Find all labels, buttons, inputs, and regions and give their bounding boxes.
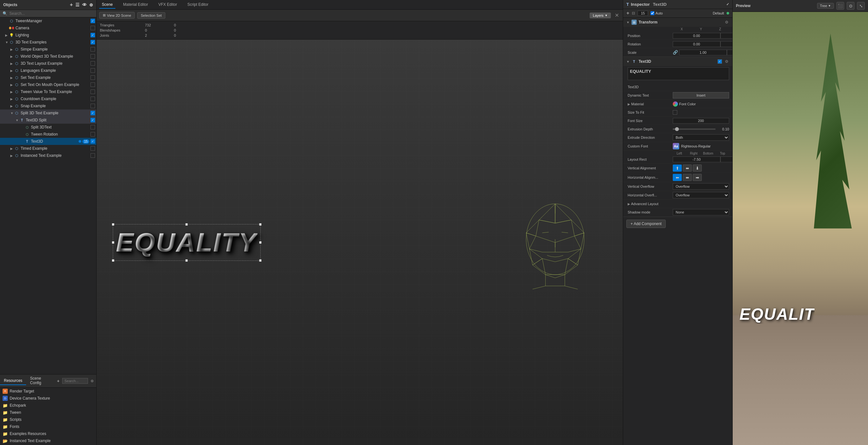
tree-item-text3d-split[interactable]: ▼ T Text3D Split [0, 117, 96, 124]
resources-tab[interactable]: Resources [0, 377, 26, 385]
extrusion-slider-track[interactable] [673, 128, 716, 130]
align-center-button[interactable]: ⬌ [683, 174, 692, 181]
item-checkbox[interactable] [91, 111, 95, 115]
expand-arrow[interactable]: ▼ [5, 40, 9, 44]
transform-gear-icon[interactable]: ⚙ [724, 20, 729, 25]
resources-search-input[interactable] [62, 378, 88, 384]
item-checkbox[interactable] [91, 132, 95, 136]
tree-item-timed[interactable]: ▶ ⬡ Timed Example [0, 145, 96, 152]
item-checkbox[interactable] [91, 104, 95, 108]
selection-set-button[interactable]: Selection Set [137, 12, 165, 19]
preview-snap-button[interactable]: ⬛ [836, 2, 844, 10]
rotation-x-input[interactable] [673, 41, 720, 47]
text3d-gear-icon[interactable]: ⚙ [724, 59, 729, 64]
tree-item-tween-rotation[interactable]: ⬡ Tween Rotation [0, 131, 96, 138]
layout-right-input[interactable] [720, 157, 732, 162]
item-checkbox[interactable] [91, 118, 95, 122]
item-checkbox[interactable] [91, 90, 95, 94]
add-component-plus[interactable]: + [626, 10, 629, 16]
extrude-direction-select[interactable]: Both Front Back [673, 134, 729, 141]
tree-item-layout[interactable]: ▶ ⬡ 3D Text Layout Example [0, 60, 96, 67]
expand-arrow[interactable]: ▼ [10, 112, 14, 115]
shadow-mode-select[interactable]: None Cast Receive [673, 209, 729, 215]
item-checkbox[interactable] [91, 125, 95, 129]
align-bottom-button[interactable]: ⬇ [693, 164, 702, 171]
tree-item-3d-text-examples[interactable]: ▼ ⬡ 3D Text Examples [0, 39, 96, 46]
scene-config-tab[interactable]: Scene Config [26, 375, 57, 387]
item-checkbox[interactable] [91, 68, 95, 73]
item-checkbox[interactable] [91, 61, 95, 66]
align-middle-button[interactable]: ⬌ [683, 164, 692, 171]
tree-item-set-text-mouth[interactable]: ▶ ⬡ Set Text On Mouth Open Example [0, 81, 96, 88]
item-checkbox[interactable] [91, 75, 95, 80]
tree-item-split-3dtext[interactable]: ⬡ Split 3DText [0, 124, 96, 131]
item-checkbox[interactable] [91, 26, 95, 30]
expand-arrow[interactable]: ▶ [10, 55, 14, 58]
preview-record-button[interactable]: ⊙ [847, 2, 855, 10]
expand-arrow[interactable]: ▶ [10, 47, 14, 51]
tree-view-button[interactable]: Tree ▼ [817, 3, 834, 9]
layout-left-input[interactable] [673, 157, 720, 162]
objects-search-input[interactable] [9, 11, 94, 16]
text3d-enable-checkbox[interactable]: ✓ [717, 59, 722, 64]
expand-arrow[interactable]: ▶ [10, 76, 14, 80]
expand-arrow[interactable]: ▶ [10, 83, 14, 87]
size-to-fit-checkbox[interactable] [673, 110, 677, 115]
resource-scripts[interactable]: 📁 Scripts [0, 416, 96, 423]
tab-material-editor[interactable]: Material Editor [121, 1, 151, 9]
scale-x-input[interactable] [679, 50, 727, 55]
item-checkbox[interactable] [91, 19, 95, 23]
expand-arrow[interactable]: ▶ [10, 147, 14, 150]
expand-arrow[interactable]: ▶ [10, 62, 14, 65]
tab-script-editor[interactable]: Script Editor [185, 1, 211, 9]
advanced-expand-arrow[interactable]: ▶ [628, 202, 630, 206]
item-checkbox[interactable] [91, 139, 95, 144]
align-left-button[interactable]: ⬅ [673, 174, 682, 181]
item-checkbox[interactable] [91, 47, 95, 52]
expand-arrow[interactable]: ▶ [10, 104, 14, 108]
item-checkbox[interactable] [91, 33, 95, 37]
expand-arrow[interactable]: ▶ [10, 90, 14, 94]
add-resource-icon[interactable]: + [57, 378, 60, 383]
preview-expand-button[interactable]: ⤡ [857, 2, 865, 10]
align-right-button[interactable]: ➡ [693, 174, 702, 181]
insert-button[interactable]: Insert [673, 92, 729, 98]
filter-icon[interactable]: ⊕ [89, 2, 93, 7]
expand-arrow[interactable]: ▶ [10, 97, 14, 101]
tab-vfx-editor[interactable]: VFX Editor [156, 1, 180, 9]
eye-icon[interactable]: 👁 [82, 2, 87, 7]
resource-device-camera[interactable]: D Device Camera Texture [0, 395, 96, 402]
auto-checkbox[interactable] [651, 11, 654, 15]
expand-arrow[interactable]: ▶ [5, 33, 9, 37]
tree-item-languages[interactable]: ▶ ⬡ Languages Example [0, 67, 96, 74]
tree-item-set-text[interactable]: ▶ ⬡ Set Text Example [0, 74, 96, 81]
position-y-input[interactable] [720, 33, 732, 39]
item-checkbox[interactable] [91, 54, 95, 59]
material-expand-arrow[interactable]: ▶ [628, 102, 630, 106]
view-2d-button[interactable]: ⊞ View 2D Scene [99, 12, 135, 19]
font-color-swatch[interactable] [673, 101, 678, 106]
position-x-input[interactable] [673, 33, 720, 39]
align-top-button[interactable]: ⬆ [673, 164, 682, 171]
scale-link-icon[interactable]: 🔗 [673, 50, 678, 55]
resource-tween[interactable]: 📁 Tween [0, 409, 96, 416]
expand-arrow[interactable]: ▼ [16, 119, 19, 122]
list-icon[interactable]: ☰ [75, 2, 80, 7]
tree-item-instanced[interactable]: ▶ ⬡ Instanced Text Example [0, 152, 96, 159]
vertical-overflow-select[interactable]: Overflow Truncate [673, 183, 729, 190]
tree-item-simpe[interactable]: ▶ ⬡ Simpe Example [0, 46, 96, 53]
item-checkbox[interactable] [91, 40, 95, 44]
close-scene-button[interactable]: ✕ [614, 12, 620, 18]
expand-arrow[interactable]: ▶ [10, 69, 14, 72]
resource-examples-resources[interactable]: 📁 Examples Resources [0, 430, 96, 437]
add-component-button[interactable]: + Add Component [626, 220, 666, 228]
transform-header[interactable]: ▼ ⊞ Transform ⚙ [623, 18, 732, 27]
extrusion-slider-thumb[interactable] [675, 127, 679, 131]
tree-item-split-3d[interactable]: ▼ ⬡ Split 3D Text Example [0, 109, 96, 117]
filter-resource-icon[interactable]: ⊕ [91, 379, 94, 383]
tab-scene[interactable]: Scene [99, 1, 115, 9]
rotation-y-input[interactable] [720, 41, 732, 47]
resource-render-target[interactable]: R Render Target [0, 388, 96, 395]
font-size-input[interactable] [673, 118, 729, 124]
resource-echopark[interactable]: 📁 Echopark [0, 402, 96, 409]
